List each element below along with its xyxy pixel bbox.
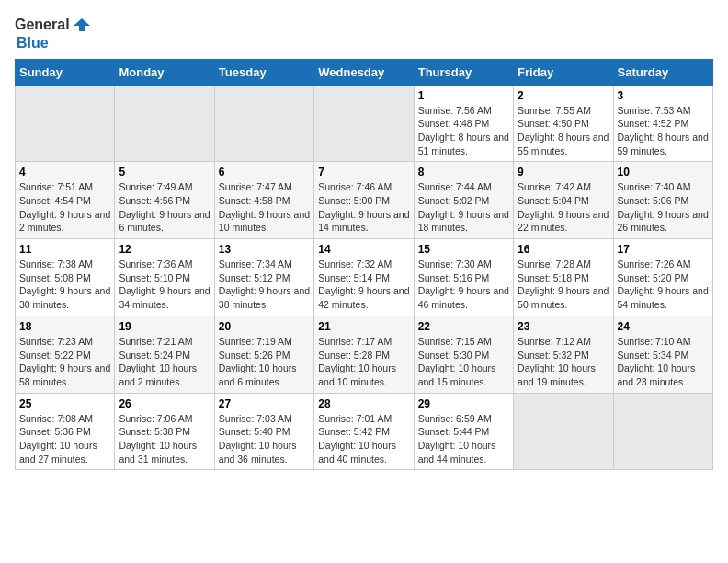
calendar-cell: 23Sunrise: 7:12 AMSunset: 5:32 PMDayligh… <box>514 316 613 393</box>
day-info: Sunrise: 7:21 AMSunset: 5:24 PMDaylight:… <box>119 335 210 389</box>
calendar-cell: 22Sunrise: 7:15 AMSunset: 5:30 PMDayligh… <box>414 316 513 393</box>
calendar-cell: 20Sunrise: 7:19 AMSunset: 5:26 PMDayligh… <box>214 316 313 393</box>
day-number: 12 <box>119 243 210 256</box>
day-info: Sunrise: 7:17 AMSunset: 5:28 PMDaylight:… <box>318 335 409 389</box>
calendar-cell <box>514 393 613 470</box>
day-info: Sunrise: 7:06 AMSunset: 5:38 PMDaylight:… <box>119 412 210 466</box>
day-info: Sunrise: 7:30 AMSunset: 5:16 PMDaylight:… <box>418 258 509 312</box>
day-number: 14 <box>318 243 409 256</box>
day-number: 2 <box>518 89 609 102</box>
day-number: 20 <box>219 320 310 333</box>
day-number: 24 <box>618 320 709 333</box>
svg-marker-0 <box>74 18 90 31</box>
calendar-cell <box>613 393 712 470</box>
day-number: 25 <box>19 397 110 410</box>
calendar-cell: 16Sunrise: 7:28 AMSunset: 5:18 PMDayligh… <box>514 239 613 316</box>
day-info: Sunrise: 7:26 AMSunset: 5:20 PMDaylight:… <box>618 258 709 312</box>
day-number: 8 <box>418 166 509 178</box>
calendar-cell: 27Sunrise: 7:03 AMSunset: 5:40 PMDayligh… <box>214 393 313 470</box>
day-info: Sunrise: 7:36 AMSunset: 5:10 PMDaylight:… <box>119 258 210 312</box>
logo-bird-icon <box>72 15 92 35</box>
day-number: 6 <box>219 166 310 178</box>
day-info: Sunrise: 7:15 AMSunset: 5:30 PMDaylight:… <box>418 335 509 389</box>
header-wednesday: Wednesday <box>314 59 414 85</box>
day-info: Sunrise: 7:34 AMSunset: 5:12 PMDaylight:… <box>219 258 310 312</box>
day-info: Sunrise: 7:08 AMSunset: 5:36 PMDaylight:… <box>19 412 110 466</box>
day-info: Sunrise: 7:51 AMSunset: 4:54 PMDaylight:… <box>19 180 110 235</box>
day-number: 16 <box>518 243 609 256</box>
header-friday: Friday <box>514 59 613 85</box>
calendar-cell: 10Sunrise: 7:40 AMSunset: 5:06 PMDayligh… <box>613 162 712 239</box>
day-info: Sunrise: 7:23 AMSunset: 5:22 PMDaylight:… <box>19 335 110 389</box>
calendar-cell: 13Sunrise: 7:34 AMSunset: 5:12 PMDayligh… <box>214 239 313 316</box>
day-info: Sunrise: 7:03 AMSunset: 5:40 PMDaylight:… <box>219 412 310 466</box>
day-number: 22 <box>418 320 509 333</box>
day-info: Sunrise: 7:46 AMSunset: 5:00 PMDaylight:… <box>318 180 409 235</box>
calendar-cell: 3Sunrise: 7:53 AMSunset: 4:52 PMDaylight… <box>613 85 712 162</box>
day-number: 26 <box>119 397 210 410</box>
calendar-cell: 26Sunrise: 7:06 AMSunset: 5:38 PMDayligh… <box>115 393 214 470</box>
day-number: 4 <box>19 166 110 178</box>
calendar-cell: 14Sunrise: 7:32 AMSunset: 5:14 PMDayligh… <box>314 239 414 316</box>
calendar-cell: 5Sunrise: 7:49 AMSunset: 4:56 PMDaylight… <box>115 162 214 239</box>
day-info: Sunrise: 7:49 AMSunset: 4:56 PMDaylight:… <box>119 180 210 235</box>
day-number: 5 <box>119 166 210 178</box>
calendar-cell: 4Sunrise: 7:51 AMSunset: 4:54 PMDaylight… <box>16 162 115 239</box>
page-header: General Blue <box>15 15 713 52</box>
day-info: Sunrise: 7:55 AMSunset: 4:50 PMDaylight:… <box>518 104 609 158</box>
day-info: Sunrise: 7:40 AMSunset: 5:06 PMDaylight:… <box>618 180 709 235</box>
calendar-week-row: 25Sunrise: 7:08 AMSunset: 5:36 PMDayligh… <box>16 393 713 470</box>
calendar-cell: 12Sunrise: 7:36 AMSunset: 5:10 PMDayligh… <box>115 239 214 316</box>
day-number: 19 <box>119 320 210 333</box>
logo-blue: Blue <box>17 35 92 52</box>
calendar-cell <box>314 85 414 162</box>
calendar-cell: 7Sunrise: 7:46 AMSunset: 5:00 PMDaylight… <box>314 162 414 239</box>
day-number: 15 <box>418 243 509 256</box>
header-saturday: Saturday <box>613 59 712 85</box>
day-info: Sunrise: 7:28 AMSunset: 5:18 PMDaylight:… <box>518 258 609 312</box>
calendar-cell: 19Sunrise: 7:21 AMSunset: 5:24 PMDayligh… <box>115 316 214 393</box>
calendar: SundayMondayTuesdayWednesdayThursdayFrid… <box>15 59 713 471</box>
day-number: 3 <box>618 89 709 102</box>
day-info: Sunrise: 6:59 AMSunset: 5:44 PMDaylight:… <box>418 412 509 466</box>
calendar-week-row: 1Sunrise: 7:56 AMSunset: 4:48 PMDaylight… <box>16 85 713 162</box>
day-info: Sunrise: 7:42 AMSunset: 5:04 PMDaylight:… <box>518 180 609 235</box>
day-info: Sunrise: 7:19 AMSunset: 5:26 PMDaylight:… <box>219 335 310 389</box>
day-number: 17 <box>618 243 709 256</box>
day-number: 11 <box>19 243 110 256</box>
day-number: 1 <box>418 89 509 102</box>
logo-block: General Blue <box>15 15 92 52</box>
calendar-cell: 28Sunrise: 7:01 AMSunset: 5:42 PMDayligh… <box>314 393 414 470</box>
calendar-cell: 21Sunrise: 7:17 AMSunset: 5:28 PMDayligh… <box>314 316 414 393</box>
day-number: 18 <box>19 320 110 333</box>
calendar-header-row: SundayMondayTuesdayWednesdayThursdayFrid… <box>16 59 713 85</box>
calendar-cell: 24Sunrise: 7:10 AMSunset: 5:34 PMDayligh… <box>613 316 712 393</box>
header-thursday: Thursday <box>414 59 513 85</box>
day-info: Sunrise: 7:47 AMSunset: 4:58 PMDaylight:… <box>219 180 310 235</box>
calendar-cell: 25Sunrise: 7:08 AMSunset: 5:36 PMDayligh… <box>16 393 115 470</box>
day-info: Sunrise: 7:32 AMSunset: 5:14 PMDaylight:… <box>318 258 409 312</box>
day-info: Sunrise: 7:10 AMSunset: 5:34 PMDaylight:… <box>618 335 709 389</box>
logo-general: General <box>15 17 70 33</box>
calendar-cell: 9Sunrise: 7:42 AMSunset: 5:04 PMDaylight… <box>514 162 613 239</box>
day-number: 23 <box>518 320 609 333</box>
day-number: 7 <box>318 166 409 178</box>
day-info: Sunrise: 7:56 AMSunset: 4:48 PMDaylight:… <box>418 104 509 158</box>
calendar-cell: 1Sunrise: 7:56 AMSunset: 4:48 PMDaylight… <box>414 85 513 162</box>
header-tuesday: Tuesday <box>214 59 313 85</box>
day-number: 29 <box>418 397 509 410</box>
day-info: Sunrise: 7:38 AMSunset: 5:08 PMDaylight:… <box>19 258 110 312</box>
header-monday: Monday <box>115 59 214 85</box>
calendar-week-row: 11Sunrise: 7:38 AMSunset: 5:08 PMDayligh… <box>16 239 713 316</box>
calendar-cell: 6Sunrise: 7:47 AMSunset: 4:58 PMDaylight… <box>214 162 313 239</box>
day-info: Sunrise: 7:01 AMSunset: 5:42 PMDaylight:… <box>318 412 409 466</box>
day-number: 13 <box>219 243 310 256</box>
day-info: Sunrise: 7:12 AMSunset: 5:32 PMDaylight:… <box>518 335 609 389</box>
calendar-cell: 8Sunrise: 7:44 AMSunset: 5:02 PMDaylight… <box>414 162 513 239</box>
logo: General Blue <box>15 15 92 52</box>
calendar-cell: 18Sunrise: 7:23 AMSunset: 5:22 PMDayligh… <box>16 316 115 393</box>
calendar-week-row: 18Sunrise: 7:23 AMSunset: 5:22 PMDayligh… <box>16 316 713 393</box>
calendar-cell: 17Sunrise: 7:26 AMSunset: 5:20 PMDayligh… <box>613 239 712 316</box>
calendar-cell <box>115 85 214 162</box>
calendar-cell: 2Sunrise: 7:55 AMSunset: 4:50 PMDaylight… <box>514 85 613 162</box>
